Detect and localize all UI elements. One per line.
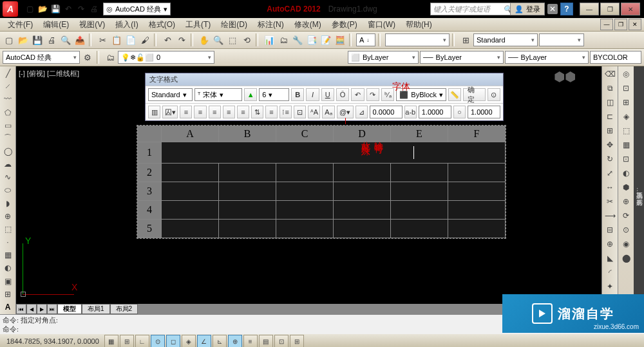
- v13-icon[interactable]: ◉: [620, 238, 632, 250]
- table-cell[interactable]: [391, 201, 448, 220]
- layer-combo[interactable]: 💡❄🔓⬜ 0▾: [118, 51, 214, 64]
- te-width-input[interactable]: 1.0000: [468, 106, 500, 118]
- te-bold-button[interactable]: B: [291, 88, 304, 101]
- table-cell[interactable]: [448, 164, 506, 182]
- v9-icon[interactable]: ⬢: [620, 181, 632, 194]
- xline-icon[interactable]: ⟋: [1, 80, 14, 92]
- row-header[interactable]: 5: [138, 220, 162, 238]
- help-button[interactable]: ?: [560, 3, 573, 15]
- point-icon[interactable]: ·: [1, 236, 14, 248]
- v6-icon[interactable]: ▦: [620, 138, 632, 151]
- tpy-toggle[interactable]: ▤: [259, 335, 273, 347]
- te-undo-button[interactable]: ↶: [351, 88, 364, 101]
- te-bullets-button[interactable]: ⁝≡: [279, 106, 292, 118]
- circle-icon[interactable]: ◯: [1, 145, 14, 157]
- layer-props-icon[interactable]: 🗂: [104, 51, 117, 64]
- te-columns-button[interactable]: ▥: [148, 106, 160, 118]
- menu-edit[interactable]: 编辑(E): [38, 19, 74, 30]
- pan-icon[interactable]: ✋: [198, 33, 211, 46]
- trim-icon[interactable]: ✂: [603, 195, 616, 208]
- copy-icon[interactable]: 📋: [110, 33, 123, 46]
- color-combo[interactable]: ⬜ ByLayer▾: [348, 51, 419, 64]
- v12-icon[interactable]: ⊙: [620, 223, 632, 236]
- spline-icon[interactable]: ∿: [1, 171, 14, 183]
- col-header[interactable]: F: [448, 126, 506, 142]
- menu-dim[interactable]: 标注(N): [252, 19, 289, 30]
- ws-settings-icon[interactable]: ⚙: [81, 51, 94, 64]
- tab-model[interactable]: 模型: [57, 304, 82, 314]
- row-header[interactable]: 2: [138, 164, 162, 182]
- qat-print-icon[interactable]: 🖨: [89, 4, 99, 14]
- undo-icon[interactable]: ↶: [161, 33, 174, 46]
- v4-icon[interactable]: ◈: [620, 110, 632, 123]
- menu-window[interactable]: 窗口(W): [363, 19, 401, 30]
- search-input[interactable]: 键入关键字或短语🔍: [430, 3, 515, 15]
- dc-icon[interactable]: 🗂: [277, 33, 290, 46]
- array-icon[interactable]: ⊞: [603, 124, 616, 137]
- menu-view[interactable]: 视图(V): [74, 19, 110, 30]
- table-style-icon[interactable]: ⊞: [459, 33, 472, 46]
- te-font-combo[interactable]: ᵀ 宋体▾: [194, 88, 242, 101]
- ellipse-arc-icon[interactable]: ◗: [1, 198, 14, 209]
- col-header[interactable]: E: [391, 126, 448, 142]
- plotstyle-combo[interactable]: BYCOLOR: [590, 51, 641, 64]
- table-cell[interactable]: [391, 164, 448, 182]
- props-icon[interactable]: 📊: [263, 33, 276, 46]
- arc-icon[interactable]: ⌒: [1, 133, 14, 144]
- lweight-combo[interactable]: ── ByLayer▾: [505, 51, 589, 64]
- v8-icon[interactable]: ◐: [620, 167, 632, 180]
- chamfer-icon[interactable]: ◣: [603, 252, 616, 265]
- table-cell[interactable]: [162, 201, 219, 220]
- tab-layout1[interactable]: 布局1: [82, 304, 110, 314]
- te-size-combo[interactable]: 6▾: [259, 88, 289, 101]
- block-icon[interactable]: ⬚: [1, 223, 14, 235]
- ellipse-icon[interactable]: ⬭: [1, 184, 14, 196]
- ducs-toggle[interactable]: ⊾: [213, 335, 227, 347]
- insert-icon[interactable]: ⊕: [1, 211, 14, 222]
- polygon-icon[interactable]: ⬠: [1, 106, 14, 118]
- ltype-combo[interactable]: ── ByLayer▾: [420, 51, 504, 64]
- preview-icon[interactable]: 🔍: [59, 33, 72, 46]
- v7-icon[interactable]: ⊡: [620, 153, 632, 165]
- redo-icon[interactable]: ↷: [175, 33, 188, 46]
- maximize-button[interactable]: ❐: [600, 3, 620, 15]
- qat-redo-icon[interactable]: ↷: [76, 4, 86, 14]
- menu-param[interactable]: 参数(P): [327, 19, 363, 30]
- cut-icon[interactable]: ✂: [96, 33, 109, 46]
- rect-icon[interactable]: ▭: [1, 120, 14, 131]
- te-lower-button[interactable]: Aₐ: [322, 106, 334, 118]
- row-header[interactable]: 3: [138, 182, 162, 201]
- menu-insert[interactable]: 插入(I): [110, 19, 143, 30]
- dim-combo[interactable]: ▾: [539, 33, 584, 46]
- login-button[interactable]: 👤登录: [510, 3, 545, 15]
- exchange-icon[interactable]: ✕: [547, 4, 558, 14]
- offset-icon[interactable]: ⊏: [603, 110, 616, 123]
- menu-help[interactable]: 帮助(H): [401, 19, 437, 30]
- textstyle-icon[interactable]: A↓: [356, 33, 375, 46]
- polar-toggle[interactable]: ⊙: [151, 335, 165, 347]
- mdi-minimize[interactable]: —: [600, 19, 613, 30]
- table-cell[interactable]: [448, 201, 506, 220]
- table-cell-merged[interactable]: [162, 142, 506, 164]
- join-icon[interactable]: ⊕: [603, 238, 616, 250]
- table-cell[interactable]: [391, 182, 448, 201]
- table-cell[interactable]: [334, 182, 391, 201]
- stretch-icon[interactable]: ↔: [603, 181, 616, 194]
- copy-obj-icon[interactable]: ⧉: [603, 82, 616, 95]
- move-icon[interactable]: ✥: [603, 138, 616, 151]
- mirror-icon[interactable]: ◫: [603, 96, 616, 109]
- te-align-j-button[interactable]: ≡: [223, 106, 235, 118]
- te-style-combo[interactable]: Standard▾: [148, 88, 193, 101]
- paste-icon[interactable]: 📄: [124, 33, 137, 46]
- te-para-button[interactable]: 囚▾: [162, 106, 178, 118]
- te-underline-button[interactable]: U: [321, 88, 334, 101]
- tab-next[interactable]: ▶: [37, 304, 47, 314]
- v2-icon[interactable]: ⊡: [620, 82, 632, 95]
- v1-icon[interactable]: ◎: [620, 68, 632, 80]
- dyn-toggle[interactable]: ⊕: [228, 335, 242, 347]
- print-icon[interactable]: 🖨: [45, 33, 58, 46]
- menu-tools[interactable]: 工具(T): [180, 19, 216, 30]
- hatch-icon[interactable]: ▦: [1, 249, 14, 261]
- te-align-r-button[interactable]: ≡: [209, 106, 221, 118]
- te-align-d-button[interactable]: ≡: [237, 106, 249, 118]
